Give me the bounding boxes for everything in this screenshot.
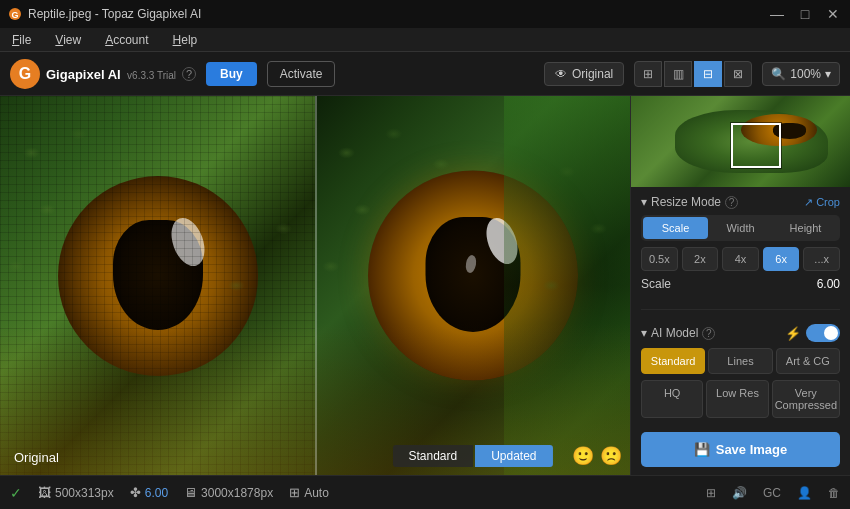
resize-help-icon[interactable]: ? [725, 196, 738, 209]
app-icon: G [8, 7, 22, 21]
input-image-icon: 🖼 [38, 485, 51, 500]
zoom-value: 100% [790, 67, 821, 81]
model-tabs-group: Standard Lines Art & CG [641, 348, 840, 374]
title-bar-text: Reptile.jpeg - Topaz Gigapixel AI [28, 7, 201, 21]
scale-label: Scale [641, 277, 671, 291]
crop-button[interactable]: ↗ Crop [804, 196, 840, 209]
updated-label: Updated [475, 445, 552, 467]
view-btn-compare[interactable]: ⊠ [724, 61, 752, 87]
enhanced-image: Standard Updated 🙂 🙁 [315, 96, 630, 475]
save-icon: 💾 [694, 442, 710, 457]
thumbnail-focus-rect [731, 123, 781, 168]
comparison-labels: Standard Updated [392, 445, 552, 467]
title-bar-left: G Reptile.jpeg - Topaz Gigapixel AI [8, 7, 201, 21]
status-sound-icon[interactable]: 🔊 [732, 486, 747, 500]
image-area[interactable]: Original Standard Updated 🙂 🙁 [0, 96, 630, 475]
main-content: Original Standard Updated 🙂 🙁 [0, 96, 850, 475]
tab-height[interactable]: Height [773, 217, 838, 239]
tab-width[interactable]: Width [708, 217, 773, 239]
view-btn-split-h[interactable]: ⊟ [694, 61, 722, 87]
resize-mode-title: ▾ Resize Mode ? [641, 195, 738, 209]
standard-label: Standard [392, 445, 473, 467]
scale-status-value: 6.00 [145, 486, 168, 500]
logo-icon: G [10, 59, 40, 89]
divider-1 [641, 309, 840, 310]
auto-icon: ⊞ [289, 485, 300, 500]
status-grid-icon[interactable]: ⊞ [706, 486, 716, 500]
title-bar: G Reptile.jpeg - Topaz Gigapixel AI — □ … [0, 0, 850, 28]
split-bar[interactable] [315, 96, 317, 475]
status-bar: ✓ 🖼 500x313px ✤ 6.00 🖥 3000x1878px ⊞ Aut… [0, 475, 850, 509]
app-title: Gigapixel AI [46, 67, 121, 82]
save-image-button[interactable]: 💾 Save Image [641, 432, 840, 467]
view-btn-split-v[interactable]: ▥ [664, 61, 692, 87]
output-image-icon: 🖥 [184, 485, 197, 500]
toolbar: G Gigapixel AI v6.3.3 Trial ? Buy Activa… [0, 52, 850, 96]
scale-value-row: Scale 6.00 [641, 277, 840, 291]
ai-model-toggle[interactable] [806, 324, 840, 342]
resize-mode-header: ▾ Resize Mode ? ↗ Crop [641, 195, 840, 209]
lightning-icon: ⚡ [785, 326, 801, 341]
logo-area: G Gigapixel AI v6.3.3 Trial ? [10, 59, 196, 89]
original-image: Original [0, 96, 315, 475]
model-tab-lines[interactable]: Lines [708, 348, 772, 374]
sad-reaction-icon[interactable]: 🙁 [600, 445, 622, 467]
menu-file[interactable]: File [8, 33, 35, 47]
scale-btn-4x[interactable]: 4x [722, 247, 759, 271]
auto-label: Auto [304, 486, 329, 500]
panel-body: ▾ Resize Mode ? ↗ Crop Scale Width Heigh… [631, 187, 850, 475]
resize-mode-chevron-icon: ▾ [641, 195, 647, 209]
ai-model-help-icon[interactable]: ? [702, 327, 715, 340]
tab-scale[interactable]: Scale [643, 217, 708, 239]
activate-button[interactable]: Activate [267, 61, 336, 87]
status-gc-label[interactable]: GC [763, 486, 781, 500]
resize-tab-group: Scale Width Height [641, 215, 840, 241]
menu-bar: File View Account Help [0, 28, 850, 52]
ai-model-right-controls: ⚡ [785, 324, 840, 342]
model-tab-standard[interactable]: Standard [641, 348, 705, 374]
status-person-icon[interactable]: 👤 [797, 486, 812, 500]
ai-model-section: ▾ AI Model ? ⚡ Standard Lines Ar [641, 324, 840, 418]
eye-icon: 👁 [555, 67, 567, 81]
reaction-icons: 🙂 🙁 [572, 445, 622, 467]
thumbnail-area[interactable] [631, 96, 850, 187]
ai-model-chevron-icon: ▾ [641, 326, 647, 340]
ai-model-header: ▾ AI Model ? ⚡ [641, 324, 840, 342]
happy-reaction-icon[interactable]: 🙂 [572, 445, 594, 467]
original-toggle-button[interactable]: 👁 Original [544, 62, 624, 86]
status-checkmark-icon: ✓ [10, 485, 22, 501]
input-size-item: 🖼 500x313px [38, 485, 114, 500]
original-image-label: Original [14, 450, 59, 465]
menu-view[interactable]: View [51, 33, 85, 47]
output-size-value: 3000x1878px [201, 486, 273, 500]
menu-help[interactable]: Help [169, 33, 202, 47]
scale-btn-custom[interactable]: ...x [803, 247, 840, 271]
scale-value: 6.00 [817, 277, 840, 291]
scale-item: ✤ 6.00 [130, 485, 168, 500]
toggle-knob [824, 326, 838, 340]
output-size-item: 🖥 3000x1878px [184, 485, 273, 500]
toolbar-help-icon[interactable]: ? [182, 67, 196, 81]
close-button[interactable]: ✕ [824, 6, 842, 22]
resize-mode-section: ▾ Resize Mode ? ↗ Crop Scale Width Heigh… [641, 195, 840, 295]
version-badge: v6.3.3 Trial [127, 70, 176, 81]
right-panel: ▾ Resize Mode ? ↗ Crop Scale Width Heigh… [630, 96, 850, 475]
view-btn-grid[interactable]: ⊞ [634, 61, 662, 87]
save-label: Save Image [716, 442, 788, 457]
quality-tabs-group: HQ Low Res Very Compressed [641, 380, 840, 418]
quality-tab-hq[interactable]: HQ [641, 380, 703, 418]
minimize-button[interactable]: — [768, 6, 786, 22]
ai-model-title: ▾ AI Model ? [641, 326, 715, 340]
scale-btn-0.5x[interactable]: 0.5x [641, 247, 678, 271]
status-trash-icon[interactable]: 🗑 [828, 486, 840, 500]
quality-tab-lowres[interactable]: Low Res [706, 380, 768, 418]
buy-button[interactable]: Buy [206, 62, 257, 86]
view-controls: ⊞ ▥ ⊟ ⊠ [634, 61, 752, 87]
quality-tab-verycompressed[interactable]: Very Compressed [772, 380, 840, 418]
model-tab-artcg[interactable]: Art & CG [776, 348, 840, 374]
maximize-button[interactable]: □ [796, 6, 814, 22]
scale-btn-2x[interactable]: 2x [682, 247, 719, 271]
zoom-control[interactable]: 🔍 100% ▾ [762, 62, 840, 86]
scale-btn-6x[interactable]: 6x [763, 247, 800, 271]
menu-account[interactable]: Account [101, 33, 152, 47]
